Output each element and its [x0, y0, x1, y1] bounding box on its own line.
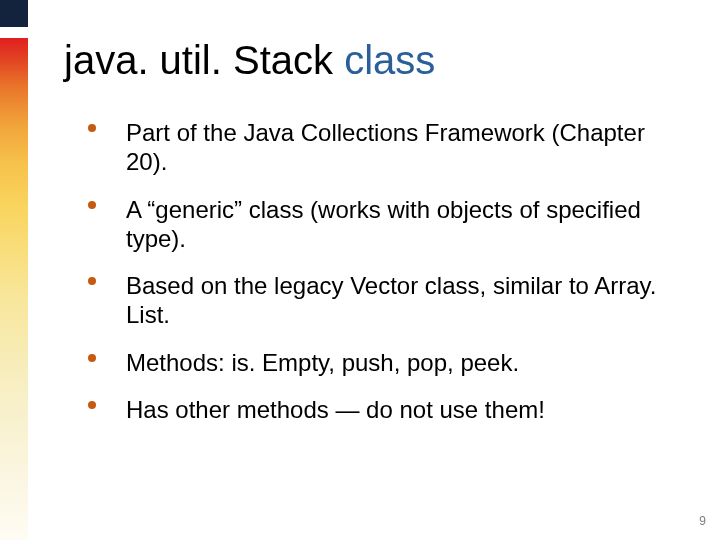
bullet-text: Methods: is. Empty, push, pop, peek.	[126, 349, 519, 376]
list-item: Methods: is. Empty, push, pop, peek.	[88, 348, 664, 377]
bullet-list: Part of the Java Collections Framework (…	[88, 118, 664, 442]
slide-number: 9	[699, 514, 706, 528]
bullet-text: A “generic” class (works with objects of…	[126, 196, 641, 252]
slide-title: java. util. Stack class	[64, 38, 435, 83]
list-item: A “generic” class (works with objects of…	[88, 195, 664, 254]
title-prefix: java. util. Stack	[64, 38, 344, 82]
bullet-icon	[88, 401, 96, 409]
bullet-text: Part of the Java Collections Framework (…	[126, 119, 645, 175]
slide: java. util. Stack class Part of the Java…	[0, 0, 720, 540]
bullet-icon	[88, 124, 96, 132]
bullet-text: Based on the legacy Vector class, simila…	[126, 272, 656, 328]
bullet-icon	[88, 354, 96, 362]
bullet-icon	[88, 277, 96, 285]
bullet-icon	[88, 201, 96, 209]
list-item: Part of the Java Collections Framework (…	[88, 118, 664, 177]
decorative-left-strip	[0, 0, 28, 540]
bullet-text: Has other methods — do not use them!	[126, 396, 545, 423]
list-item: Based on the legacy Vector class, simila…	[88, 271, 664, 330]
list-item: Has other methods — do not use them!	[88, 395, 664, 424]
title-highlight: class	[344, 38, 435, 82]
